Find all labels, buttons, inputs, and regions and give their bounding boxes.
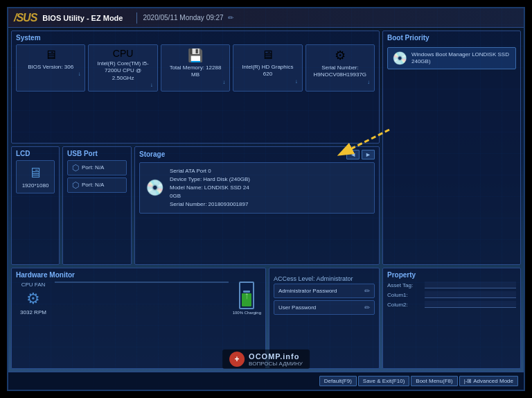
- cpu-fan-section: CPU FAN ⚙ 3032 RPM: [16, 282, 51, 315]
- usb-text-1: Port: N/A: [82, 182, 104, 188]
- storage-panel: Storage ◄ ► 💿 Serial ATA Port 0 Device T…: [134, 146, 380, 266]
- bios-title: BIOS Utility - EZ Mode: [42, 14, 123, 22]
- colum2-item: Colum2:: [387, 301, 516, 308]
- colum1-val: [425, 291, 516, 298]
- storage-nav: ◄ ►: [346, 150, 375, 159]
- boot-menu-btn[interactable]: Boot Menu(F8): [411, 376, 457, 386]
- cpu-icon: CPU: [113, 48, 134, 59]
- system-label: System: [16, 34, 375, 42]
- datetime: 2020/05/11 Monday 09:27: [143, 14, 223, 21]
- storage-line-0: Serial ATA Port 0: [170, 167, 250, 175]
- admin-password-label: Administrator Password: [278, 288, 337, 294]
- cpu-item[interactable]: CPU Intel(R) Core(TM) I5-7200U CPU @ 2.5…: [88, 44, 157, 92]
- hw-monitor-content: CPU FAN ⚙ 3032 RPM CPU 37°C 825mV: [16, 282, 261, 315]
- storage-text: Serial ATA Port 0 Device Type: Hard Disk…: [170, 167, 250, 209]
- boot-item-text: Windows Boot Manager LONDISK SSD 240GB): [411, 51, 511, 66]
- user-password-label: User Password: [278, 304, 316, 311]
- property-label: Property: [387, 271, 516, 279]
- admin-password-field[interactable]: Administrator Password ✏: [274, 284, 375, 298]
- storage-prev-btn[interactable]: ◄: [346, 150, 360, 159]
- cpu-text: Intel(R) Core(TM) I5-7200U CPU @ 2.50GHz: [93, 60, 152, 82]
- system-items: 🖥 BIOS Version: 306 ↓ CPU Intel(R) Core(…: [16, 44, 375, 92]
- advanced-mode-btn[interactable]: |-⊞ Advanced Mode: [459, 376, 518, 386]
- memory-icon: 💾: [188, 48, 203, 63]
- storage-header: Storage ◄ ►: [139, 150, 375, 159]
- topbar: /SUS BIOS Utility - EZ Mode 2020/05/11 M…: [8, 8, 524, 28]
- asset-tag-val: [425, 282, 516, 288]
- hw-monitor-label: Hardware Monitor: [16, 271, 261, 279]
- watermark-text: OCOMP.info ВОПРОСЫ АДМИНУ: [249, 352, 303, 367]
- storage-label: Storage: [139, 150, 165, 158]
- usb-items: ⬡ Port: N/A ⬡ Port: N/A: [67, 160, 127, 193]
- boot-priority-panel: Boot Priority 💿 Windows Boot Manager LON…: [382, 31, 521, 265]
- graph-section: CPU 37°C 825mV: [55, 282, 229, 283]
- bios-arrow: ↓: [78, 71, 80, 77]
- watermark-sub: ВОПРОСЫ АДМИНУ: [249, 361, 303, 367]
- usb-panel: USB Port ⬡ Port: N/A ⬡ Port: N/A: [62, 146, 132, 266]
- usb-text-0: Port: N/A: [82, 164, 104, 171]
- watermark: + OCOMP.info ВОПРОСЫ АДМИНУ: [222, 349, 310, 369]
- storage-next-btn[interactable]: ►: [362, 150, 375, 159]
- battery-icon: ↑: [239, 282, 254, 309]
- default-btn[interactable]: Default(F9): [319, 376, 357, 386]
- serial-item[interactable]: ⚙ Serial Number: H9NOCV08H19937G ↓: [305, 44, 375, 92]
- colum1-key: Colum1:: [387, 292, 422, 298]
- boot-item[interactable]: 💿 Windows Boot Manager LONDISK SSD 240GB…: [387, 47, 516, 69]
- usb-icon-1: ⬡: [72, 180, 79, 190]
- bios-icon: 🖥: [44, 48, 57, 62]
- asset-tag-item: Asset Tag:: [387, 282, 516, 288]
- bottombar: Default(F9) Save & Exit(F10) Boot Menu(F…: [8, 372, 524, 390]
- usb-label: USB Port: [67, 150, 127, 157]
- property-panel: Property Asset Tag: Colum1: Colum2:: [382, 268, 521, 369]
- gpu-arrow: ↓: [295, 78, 298, 85]
- storage-line-3: 0GB: [170, 192, 250, 200]
- edit-icon[interactable]: ✏: [228, 14, 233, 21]
- storage-line-4: Serial Number: 2018093001897: [170, 200, 250, 209]
- middle-row: LCD 🖥 1920*1080 USB Port ⬡ Port: N/A ⬡ P…: [11, 146, 380, 266]
- watermark-icon: +: [229, 352, 245, 367]
- memory-text: Total Memory: 12288 MB: [166, 64, 225, 79]
- watermark-main: OCOMP.info: [249, 352, 303, 361]
- usb-item-0[interactable]: ⬡ Port: N/A: [67, 160, 127, 175]
- serial-text: Serial Number: H9NOCV08H19937G: [310, 64, 370, 79]
- access-header: ACCess Level: Administrator: [274, 275, 353, 282]
- lcd-label: LCD: [16, 150, 55, 157]
- bottom-row: Hardware Monitor CPU FAN ⚙ 3032 RPM CPU …: [11, 268, 380, 369]
- save-exit-btn[interactable]: Save & Exit(F10): [358, 376, 409, 386]
- storage-line-2: Model Name: LONDISK SSD 24: [170, 184, 250, 192]
- battery-label: 100% Charging: [233, 311, 261, 315]
- memory-item[interactable]: 💾 Total Memory: 12288 MB ↓: [161, 44, 230, 92]
- asset-tag-key: Asset Tag:: [387, 282, 422, 288]
- colum1-item: Colum1:: [387, 291, 516, 298]
- disk-icon: 💿: [392, 51, 407, 66]
- cpu-fan-label: CPU FAN: [21, 282, 46, 288]
- fan-rpm: 3032 RPM: [20, 309, 46, 315]
- gpu-icon: 🖥: [261, 48, 274, 62]
- battery-section: ↑ 100% Charging: [233, 282, 261, 315]
- main-content: System 🖥 BIOS Version: 306 ↓ CPU Intel(R…: [8, 28, 524, 372]
- cpu-graph: CPU 37°C 825mV: [55, 282, 229, 283]
- storage-item[interactable]: 💿 Serial ATA Port 0 Device Type: Hard Di…: [139, 162, 375, 214]
- serial-arrow: ↓: [367, 79, 370, 85]
- user-password-field[interactable]: User Password ✏: [274, 300, 375, 315]
- gpu-item[interactable]: 🖥 Intel(R) HD Graphics 620 ↓: [233, 44, 302, 92]
- bios-screen: /SUS BIOS Utility - EZ Mode 2020/05/11 M…: [7, 7, 525, 391]
- lcd-panel: LCD 🖥 1920*1080: [11, 146, 60, 266]
- gpu-text: Intel(R) HD Graphics 620: [238, 64, 297, 78]
- bios-version-item[interactable]: 🖥 BIOS Version: 306 ↓: [16, 44, 85, 92]
- admin-edit-icon[interactable]: ✏: [364, 287, 370, 295]
- bios-version-text: BIOS Version: 306: [28, 64, 73, 71]
- colum2-key: Colum2:: [387, 302, 422, 308]
- boot-label: Boot Priority: [387, 34, 516, 42]
- asus-logo: /SUS: [14, 12, 37, 24]
- usb-item-1[interactable]: ⬡ Port: N/A: [67, 178, 127, 193]
- fan-icon: ⚙: [26, 290, 40, 308]
- user-edit-icon[interactable]: ✏: [364, 304, 370, 311]
- divider: [136, 12, 137, 24]
- colum2-val: [425, 301, 516, 308]
- storage-line-1: Device Type: Hard Disk (240GB): [170, 175, 250, 184]
- lcd-content[interactable]: 🖥 1920*1080: [16, 160, 55, 193]
- serial-icon: ⚙: [335, 48, 346, 63]
- hdd-icon: 💿: [145, 179, 164, 197]
- lcd-resolution: 1920*1080: [22, 182, 49, 189]
